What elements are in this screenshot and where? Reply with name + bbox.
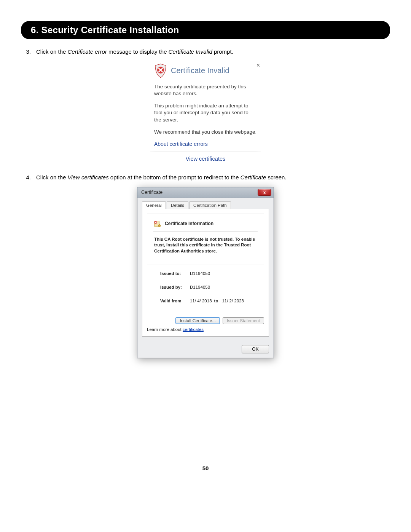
tab-panel-general: Certificate Information This CA Root cer… — [142, 209, 269, 337]
valid-from-value: 11/ 4/ 2013 — [190, 299, 212, 303]
close-button[interactable]: x — [258, 189, 271, 196]
popup-text: We recommend that you close this webpage… — [154, 129, 257, 136]
issued-by-row: Issued by: D1194050 — [160, 285, 258, 289]
tab-general[interactable]: General — [142, 201, 166, 209]
certificate-information-label: Certificate Information — [165, 221, 213, 226]
popup-text: The security certificate presented by th… — [154, 83, 257, 97]
instruction-step: 3. Click on the Certificate error messag… — [21, 48, 390, 56]
close-icon: x — [263, 190, 266, 195]
section-header: 6. Security Certificate Installation — [21, 21, 390, 39]
install-certificate-button[interactable]: Install Certificate... — [175, 317, 220, 324]
tab-details[interactable]: Details — [167, 201, 188, 209]
valid-to-value: 11/ 2/ 2023 — [222, 299, 244, 303]
issued-to-value: D1194050 — [190, 271, 210, 276]
popup-title: Certificate Invalid — [171, 66, 229, 75]
svg-point-3 — [158, 224, 161, 227]
certificate-warning-text: This CA Root certificate is not trusted.… — [153, 236, 258, 254]
tab-bar: General Details Certification Path — [142, 201, 269, 209]
issued-by-value: D1194050 — [190, 285, 210, 289]
issued-to-row: Issued to: D1194050 — [160, 271, 258, 276]
ok-button[interactable]: OK — [242, 345, 269, 353]
learn-more-text: Learn more about certificates — [147, 327, 264, 332]
certificate-icon — [153, 219, 162, 228]
view-certificates-link[interactable]: View certificates — [154, 152, 257, 166]
certificates-link[interactable]: certificates — [183, 327, 204, 332]
issuer-statement-button[interactable]: Issuer Statement — [223, 317, 264, 324]
step-number: 3. — [21, 48, 31, 56]
dialog-title: Certificate — [141, 190, 162, 195]
step-text: Click on the View certificates option at… — [36, 173, 287, 182]
about-certificate-errors-link[interactable]: About certificate errors — [154, 141, 257, 147]
step-number: 4. — [21, 173, 31, 182]
dialog-titlebar: Certificate x — [137, 187, 274, 198]
certificate-dialog: Certificate x General Details Certificat… — [137, 187, 274, 359]
close-icon[interactable]: × — [256, 62, 260, 69]
page-number: 50 — [21, 465, 390, 471]
shield-error-icon — [154, 64, 167, 78]
valid-from-row: Valid from 11/ 4/ 2013 to 11/ 2/ 2023 — [160, 299, 258, 303]
tab-certification-path[interactable]: Certification Path — [189, 201, 231, 209]
step-text: Click on the Certificate error message t… — [36, 48, 233, 56]
certificate-invalid-popup: × Certificate Invalid The security certi… — [150, 61, 261, 166]
instruction-step: 4. Click on the View certificates option… — [21, 173, 390, 182]
popup-text: This problem might indicate an attempt t… — [154, 102, 257, 123]
